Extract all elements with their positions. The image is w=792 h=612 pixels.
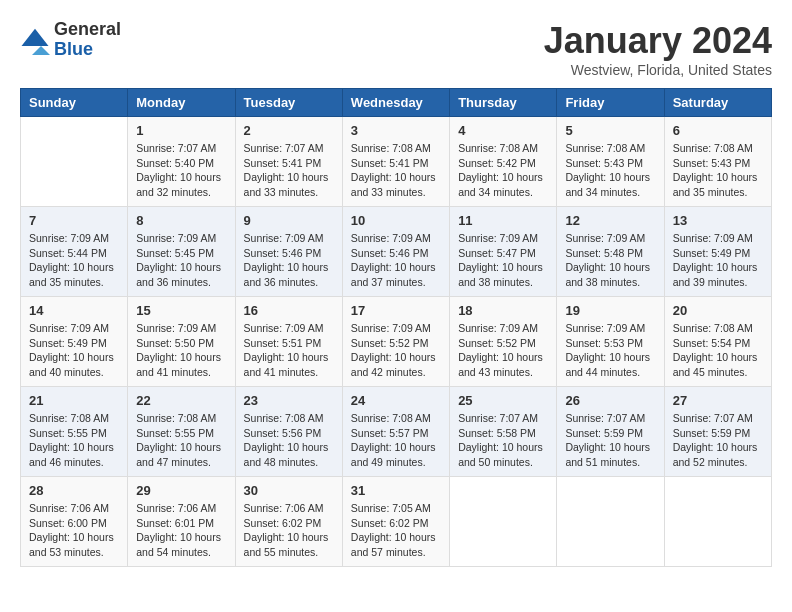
day-number: 16: [244, 303, 334, 318]
header-cell-saturday: Saturday: [664, 89, 771, 117]
day-number: 26: [565, 393, 655, 408]
day-info: Sunrise: 7:07 AM Sunset: 5:59 PM Dayligh…: [673, 411, 763, 470]
day-info: Sunrise: 7:09 AM Sunset: 5:45 PM Dayligh…: [136, 231, 226, 290]
day-number: 15: [136, 303, 226, 318]
calendar-cell: [557, 477, 664, 567]
day-number: 31: [351, 483, 441, 498]
calendar-cell: 17Sunrise: 7:09 AM Sunset: 5:52 PM Dayli…: [342, 297, 449, 387]
day-info: Sunrise: 7:06 AM Sunset: 6:01 PM Dayligh…: [136, 501, 226, 560]
calendar-cell: 22Sunrise: 7:08 AM Sunset: 5:55 PM Dayli…: [128, 387, 235, 477]
day-info: Sunrise: 7:08 AM Sunset: 5:57 PM Dayligh…: [351, 411, 441, 470]
calendar-cell: [450, 477, 557, 567]
day-number: 8: [136, 213, 226, 228]
day-number: 21: [29, 393, 119, 408]
day-info: Sunrise: 7:09 AM Sunset: 5:53 PM Dayligh…: [565, 321, 655, 380]
calendar-cell: 5Sunrise: 7:08 AM Sunset: 5:43 PM Daylig…: [557, 117, 664, 207]
day-number: 17: [351, 303, 441, 318]
day-info: Sunrise: 7:08 AM Sunset: 5:42 PM Dayligh…: [458, 141, 548, 200]
day-number: 24: [351, 393, 441, 408]
calendar-cell: 27Sunrise: 7:07 AM Sunset: 5:59 PM Dayli…: [664, 387, 771, 477]
calendar-cell: 16Sunrise: 7:09 AM Sunset: 5:51 PM Dayli…: [235, 297, 342, 387]
day-number: 18: [458, 303, 548, 318]
calendar-cell: 3Sunrise: 7:08 AM Sunset: 5:41 PM Daylig…: [342, 117, 449, 207]
day-number: 19: [565, 303, 655, 318]
day-number: 12: [565, 213, 655, 228]
calendar-cell: 15Sunrise: 7:09 AM Sunset: 5:50 PM Dayli…: [128, 297, 235, 387]
day-info: Sunrise: 7:09 AM Sunset: 5:46 PM Dayligh…: [351, 231, 441, 290]
day-info: Sunrise: 7:09 AM Sunset: 5:49 PM Dayligh…: [29, 321, 119, 380]
header-cell-wednesday: Wednesday: [342, 89, 449, 117]
day-number: 20: [673, 303, 763, 318]
calendar-cell: 2Sunrise: 7:07 AM Sunset: 5:41 PM Daylig…: [235, 117, 342, 207]
day-number: 28: [29, 483, 119, 498]
day-info: Sunrise: 7:07 AM Sunset: 5:40 PM Dayligh…: [136, 141, 226, 200]
calendar-cell: 13Sunrise: 7:09 AM Sunset: 5:49 PM Dayli…: [664, 207, 771, 297]
calendar-cell: 30Sunrise: 7:06 AM Sunset: 6:02 PM Dayli…: [235, 477, 342, 567]
calendar-cell: 21Sunrise: 7:08 AM Sunset: 5:55 PM Dayli…: [21, 387, 128, 477]
calendar-cell: 7Sunrise: 7:09 AM Sunset: 5:44 PM Daylig…: [21, 207, 128, 297]
day-number: 29: [136, 483, 226, 498]
week-row-1: 1Sunrise: 7:07 AM Sunset: 5:40 PM Daylig…: [21, 117, 772, 207]
day-number: 9: [244, 213, 334, 228]
calendar-cell: 11Sunrise: 7:09 AM Sunset: 5:47 PM Dayli…: [450, 207, 557, 297]
day-info: Sunrise: 7:08 AM Sunset: 5:43 PM Dayligh…: [673, 141, 763, 200]
day-info: Sunrise: 7:07 AM Sunset: 5:41 PM Dayligh…: [244, 141, 334, 200]
week-row-3: 14Sunrise: 7:09 AM Sunset: 5:49 PM Dayli…: [21, 297, 772, 387]
calendar-cell: 25Sunrise: 7:07 AM Sunset: 5:58 PM Dayli…: [450, 387, 557, 477]
day-number: 2: [244, 123, 334, 138]
logo-icon: [20, 25, 50, 55]
day-info: Sunrise: 7:08 AM Sunset: 5:43 PM Dayligh…: [565, 141, 655, 200]
day-info: Sunrise: 7:08 AM Sunset: 5:55 PM Dayligh…: [29, 411, 119, 470]
day-number: 30: [244, 483, 334, 498]
location: Westview, Florida, United States: [544, 62, 772, 78]
calendar-cell: 10Sunrise: 7:09 AM Sunset: 5:46 PM Dayli…: [342, 207, 449, 297]
day-number: 11: [458, 213, 548, 228]
day-info: Sunrise: 7:08 AM Sunset: 5:41 PM Dayligh…: [351, 141, 441, 200]
day-number: 13: [673, 213, 763, 228]
calendar-cell: 29Sunrise: 7:06 AM Sunset: 6:01 PM Dayli…: [128, 477, 235, 567]
header-cell-tuesday: Tuesday: [235, 89, 342, 117]
page-header: General Blue January 2024 Westview, Flor…: [20, 20, 772, 78]
week-row-4: 21Sunrise: 7:08 AM Sunset: 5:55 PM Dayli…: [21, 387, 772, 477]
day-number: 10: [351, 213, 441, 228]
logo: General Blue: [20, 20, 121, 60]
calendar-cell: 12Sunrise: 7:09 AM Sunset: 5:48 PM Dayli…: [557, 207, 664, 297]
calendar-cell: 20Sunrise: 7:08 AM Sunset: 5:54 PM Dayli…: [664, 297, 771, 387]
day-info: Sunrise: 7:06 AM Sunset: 6:00 PM Dayligh…: [29, 501, 119, 560]
day-info: Sunrise: 7:09 AM Sunset: 5:47 PM Dayligh…: [458, 231, 548, 290]
day-info: Sunrise: 7:07 AM Sunset: 5:59 PM Dayligh…: [565, 411, 655, 470]
header-cell-monday: Monday: [128, 89, 235, 117]
header-cell-friday: Friday: [557, 89, 664, 117]
day-number: 1: [136, 123, 226, 138]
day-info: Sunrise: 7:08 AM Sunset: 5:55 PM Dayligh…: [136, 411, 226, 470]
day-info: Sunrise: 7:09 AM Sunset: 5:50 PM Dayligh…: [136, 321, 226, 380]
title-section: January 2024 Westview, Florida, United S…: [544, 20, 772, 78]
header-cell-sunday: Sunday: [21, 89, 128, 117]
calendar-cell: 19Sunrise: 7:09 AM Sunset: 5:53 PM Dayli…: [557, 297, 664, 387]
calendar-cell: 18Sunrise: 7:09 AM Sunset: 5:52 PM Dayli…: [450, 297, 557, 387]
calendar-cell: [21, 117, 128, 207]
header-row: SundayMondayTuesdayWednesdayThursdayFrid…: [21, 89, 772, 117]
calendar-cell: 4Sunrise: 7:08 AM Sunset: 5:42 PM Daylig…: [450, 117, 557, 207]
calendar-cell: 1Sunrise: 7:07 AM Sunset: 5:40 PM Daylig…: [128, 117, 235, 207]
calendar-cell: 9Sunrise: 7:09 AM Sunset: 5:46 PM Daylig…: [235, 207, 342, 297]
calendar-cell: 28Sunrise: 7:06 AM Sunset: 6:00 PM Dayli…: [21, 477, 128, 567]
day-number: 27: [673, 393, 763, 408]
day-info: Sunrise: 7:09 AM Sunset: 5:51 PM Dayligh…: [244, 321, 334, 380]
day-info: Sunrise: 7:08 AM Sunset: 5:54 PM Dayligh…: [673, 321, 763, 380]
day-number: 14: [29, 303, 119, 318]
svg-marker-1: [32, 46, 50, 55]
day-number: 7: [29, 213, 119, 228]
calendar-cell: 14Sunrise: 7:09 AM Sunset: 5:49 PM Dayli…: [21, 297, 128, 387]
day-number: 22: [136, 393, 226, 408]
day-info: Sunrise: 7:09 AM Sunset: 5:52 PM Dayligh…: [458, 321, 548, 380]
day-number: 6: [673, 123, 763, 138]
week-row-2: 7Sunrise: 7:09 AM Sunset: 5:44 PM Daylig…: [21, 207, 772, 297]
calendar-cell: 23Sunrise: 7:08 AM Sunset: 5:56 PM Dayli…: [235, 387, 342, 477]
calendar-cell: 26Sunrise: 7:07 AM Sunset: 5:59 PM Dayli…: [557, 387, 664, 477]
day-info: Sunrise: 7:08 AM Sunset: 5:56 PM Dayligh…: [244, 411, 334, 470]
day-number: 3: [351, 123, 441, 138]
day-info: Sunrise: 7:06 AM Sunset: 6:02 PM Dayligh…: [244, 501, 334, 560]
day-number: 23: [244, 393, 334, 408]
day-number: 25: [458, 393, 548, 408]
